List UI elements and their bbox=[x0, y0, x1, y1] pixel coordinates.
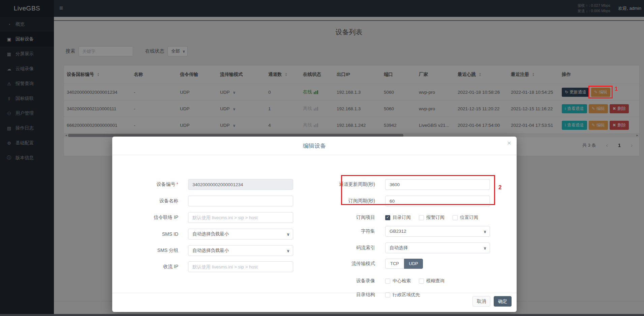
modal-title: 编辑设备 bbox=[112, 137, 517, 155]
form-row-stream-index: 码流索引 自动选择 bbox=[314, 242, 490, 253]
form-row-sip-ip: 信令联络 IP bbox=[118, 212, 293, 223]
bottom-bar bbox=[0, 314, 644, 316]
checkbox-icon[interactable] bbox=[419, 279, 424, 284]
annotation-label-step1: 1 bbox=[615, 86, 618, 92]
annotation-label-step2: 2 bbox=[498, 184, 501, 191]
form-row-device-name: 设备名称 bbox=[118, 196, 293, 206]
form-row-sms-group: SMS 分组 自动选择负载最小 bbox=[118, 245, 293, 256]
checkbox-icon[interactable] bbox=[385, 279, 390, 284]
device-name-field[interactable] bbox=[188, 196, 293, 206]
position-subscribe-checkbox[interactable]: 位置订阅 bbox=[453, 214, 478, 221]
fuzzy-query-checkbox[interactable]: 模糊查询 bbox=[419, 278, 444, 284]
form-row-device-id: 设备编号* bbox=[118, 179, 293, 190]
catalog-subscribe-checkbox[interactable]: 目录订阅 bbox=[385, 214, 411, 221]
sms-group-select[interactable]: 自动选择负载最小 bbox=[188, 245, 293, 256]
form-row-device-record: 设备录像 中心检索 模糊查询 bbox=[314, 276, 490, 286]
required-asterisk: * bbox=[177, 181, 178, 187]
sms-id-select[interactable]: 自动选择负载最小 bbox=[188, 229, 293, 239]
form-row-recv-ip: 收流 IP bbox=[118, 261, 293, 272]
modal-footer: 取消 确定 bbox=[112, 293, 517, 312]
center-search-checkbox[interactable]: 中心检索 bbox=[385, 278, 411, 284]
close-icon[interactable]: × bbox=[507, 139, 511, 146]
form-row-charset: 字符集 GB2312 bbox=[314, 226, 490, 237]
annotation-box-step2 bbox=[341, 175, 495, 205]
annotation-box-step1 bbox=[588, 86, 613, 98]
stream-receive-ip-field[interactable] bbox=[188, 261, 293, 272]
checkbox-checked-icon[interactable] bbox=[385, 215, 390, 220]
confirm-button[interactable]: 确定 bbox=[494, 296, 512, 307]
sip-contact-ip-field[interactable] bbox=[188, 212, 293, 223]
udp-toggle-button[interactable]: UDP bbox=[404, 259, 423, 269]
charset-select[interactable]: GB2312 bbox=[385, 226, 490, 237]
stream-index-select[interactable]: 自动选择 bbox=[385, 242, 490, 253]
form-row-stream-mode: 流传输模式 TCP UDP bbox=[314, 258, 490, 269]
form-row-sms-id: SMS ID 自动选择负载最小 bbox=[118, 229, 293, 239]
checkbox-icon[interactable] bbox=[419, 215, 424, 220]
alarm-subscribe-checkbox[interactable]: 报警订阅 bbox=[419, 214, 444, 221]
edit-device-modal: 编辑设备 × 设备编号* 设备名称 信令联络 IP SMS ID 自动选择负载最… bbox=[112, 137, 517, 312]
modal-header: 编辑设备 × bbox=[112, 137, 517, 155]
checkbox-icon[interactable] bbox=[453, 215, 458, 220]
cancel-button[interactable]: 取消 bbox=[472, 296, 490, 307]
livegbs-app: LiveGBS ≡ 接收 ↑ : 0.027 Mbps 发送 ↓ : 0.006… bbox=[0, 0, 644, 316]
form-row-subscribe-items: 订阅项目 目录订阅 报警订阅 位置订阅 bbox=[314, 212, 490, 223]
device-id-field bbox=[188, 179, 293, 190]
tcp-toggle-button[interactable]: TCP bbox=[385, 259, 404, 269]
